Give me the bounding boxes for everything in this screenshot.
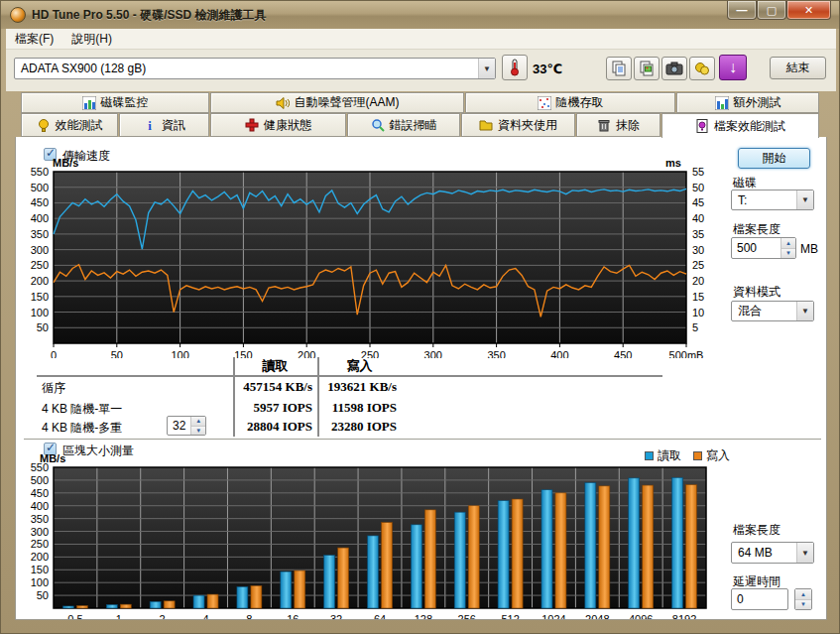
data-pattern-value: 混合 — [732, 303, 796, 319]
write-bar — [643, 485, 654, 608]
svg-text:300: 300 — [424, 349, 442, 358]
svg-text:15: 15 — [692, 291, 704, 303]
screenshot-button[interactable] — [661, 57, 687, 80]
exit-button-label: 結束 — [786, 60, 810, 76]
row-label-4kb-single: 4 KB 隨機-單一 — [42, 401, 122, 418]
file-length-label: 檔案長度 — [733, 221, 780, 238]
tab-random-access[interactable]: 隨機存取 — [465, 92, 675, 113]
svg-text:500mB: 500mB — [669, 349, 704, 358]
write-bar — [120, 604, 131, 608]
sequential-read: 457154 KB/s — [229, 379, 312, 395]
section-divider — [24, 439, 821, 441]
svg-text:400: 400 — [31, 212, 49, 224]
copy-image-button[interactable] — [634, 57, 660, 80]
export-button[interactable] — [689, 57, 715, 80]
tab-extra-tests[interactable]: 額外測試 — [676, 92, 819, 113]
spin-down-icon[interactable]: ▼ — [795, 600, 811, 610]
chevron-down-icon[interactable]: ▼ — [796, 302, 813, 320]
disk-select-value: T: — [732, 193, 796, 207]
close-button[interactable]: ✕ — [786, 1, 831, 20]
svg-text:100: 100 — [171, 349, 188, 358]
read-bar — [585, 482, 596, 608]
svg-text:2: 2 — [160, 613, 166, 620]
svg-text:5: 5 — [692, 321, 698, 333]
tab-disk-monitor[interactable]: 磁碟監控 — [21, 92, 209, 113]
tab-erase[interactable]: 抹除 — [576, 113, 660, 137]
write-legend-swatch — [693, 451, 702, 460]
svg-text:10: 10 — [692, 307, 704, 318]
menu-file[interactable]: 檔案(F) — [6, 29, 62, 50]
exit-button[interactable]: 結束 — [770, 57, 826, 79]
queue-depth-spinner[interactable]: 32 ▲▼ — [167, 416, 206, 436]
svg-text:1: 1 — [116, 613, 122, 620]
tab-info[interactable]: i 資訊 — [119, 113, 209, 137]
tab-error-scan[interactable]: 錯誤掃瞄 — [347, 113, 460, 137]
delay-input[interactable]: 0 — [731, 588, 788, 610]
chevron-down-icon[interactable]: ▼ — [478, 59, 495, 78]
read-bar — [281, 571, 292, 608]
update-button[interactable]: ↓ — [719, 55, 747, 80]
tab-folder-usage[interactable]: 資料夾使用 — [461, 113, 575, 137]
spin-up-icon[interactable]: ▲ — [781, 238, 795, 249]
svg-text:100: 100 — [31, 576, 49, 588]
disk-select[interactable]: T: ▼ — [731, 190, 814, 210]
spin-up-icon[interactable]: ▲ — [191, 417, 205, 427]
spin-up-icon[interactable]: ▲ — [795, 589, 811, 600]
y-axis-left-ticks: 55050045040035030025020015010050 — [31, 166, 49, 333]
svg-text:50: 50 — [37, 589, 49, 601]
file-length-spinner[interactable]: 500 ▲▼ — [731, 237, 796, 259]
4kb-multi-read: 28804 IOPS — [229, 419, 312, 435]
copy-text-button[interactable] — [606, 57, 632, 80]
svg-text:20: 20 — [692, 275, 704, 287]
read-bar — [106, 604, 117, 608]
tab-label: 抹除 — [616, 117, 640, 134]
tab-label: 隨機存取 — [556, 94, 604, 111]
spin-down-icon[interactable]: ▼ — [781, 249, 795, 259]
tab-label: 資訊 — [162, 117, 185, 134]
tab-label: 額外測試 — [734, 94, 781, 111]
tab-file-benchmark[interactable]: 檔案效能測試 — [661, 113, 819, 138]
drive-select[interactable]: ADATA SX900 (128 gB) ▼ — [14, 58, 496, 79]
read-bar — [672, 477, 683, 608]
svg-text:32: 32 — [330, 613, 342, 620]
file-length2-select[interactable]: 64 MB ▼ — [731, 542, 814, 564]
read-bar — [498, 501, 509, 608]
svg-text:55: 55 — [692, 166, 704, 178]
minimize-button[interactable]: — — [727, 1, 757, 20]
spin-down-icon[interactable]: ▼ — [191, 427, 205, 436]
transfer-speed-chart: 5505004504003503002502001501005055504540… — [30, 166, 728, 358]
chevron-down-icon[interactable]: ▼ — [796, 543, 813, 563]
chevron-down-icon[interactable]: ▼ — [796, 190, 813, 209]
start-button[interactable]: 開始 — [738, 148, 810, 169]
delay-updown[interactable]: ▲▼ — [794, 588, 812, 610]
svg-text:4: 4 — [202, 613, 208, 620]
maximize-button[interactable]: ▢ — [757, 1, 786, 20]
menu-help[interactable]: 說明(H) — [62, 29, 121, 50]
data-pattern-label: 資料模式 — [733, 284, 780, 301]
svg-text:300: 300 — [31, 244, 49, 256]
tab-benchmark[interactable]: 效能測試 — [21, 113, 118, 137]
block-size-chart: 550500450400350300250200150100500.512481… — [30, 461, 728, 620]
svg-text:8: 8 — [246, 613, 252, 620]
file-length-value: 500 — [732, 241, 780, 255]
svg-text:450: 450 — [614, 349, 632, 358]
svg-text:0: 0 — [51, 349, 57, 358]
svg-text:256: 256 — [458, 613, 476, 620]
svg-text:150: 150 — [31, 564, 49, 575]
read-bar — [454, 512, 465, 608]
queue-depth-value: 32 — [168, 419, 190, 433]
folder-icon — [479, 118, 493, 132]
read-bar — [193, 595, 204, 608]
tab-health[interactable]: 健康狀態 — [210, 113, 346, 137]
read-bar — [541, 490, 552, 608]
svg-text:350: 350 — [31, 228, 49, 240]
export-icon — [694, 61, 710, 76]
svg-text:16: 16 — [287, 613, 299, 620]
read-bar — [62, 606, 73, 608]
write-bar — [251, 585, 262, 608]
data-pattern-select[interactable]: 混合 ▼ — [731, 301, 814, 321]
temperature-button[interactable] — [502, 55, 528, 80]
tab-aam[interactable]: 自動噪聲管理(AAM) — [210, 92, 464, 113]
tab-label: 自動噪聲管理(AAM) — [295, 94, 400, 111]
magnifier-icon — [371, 118, 385, 132]
